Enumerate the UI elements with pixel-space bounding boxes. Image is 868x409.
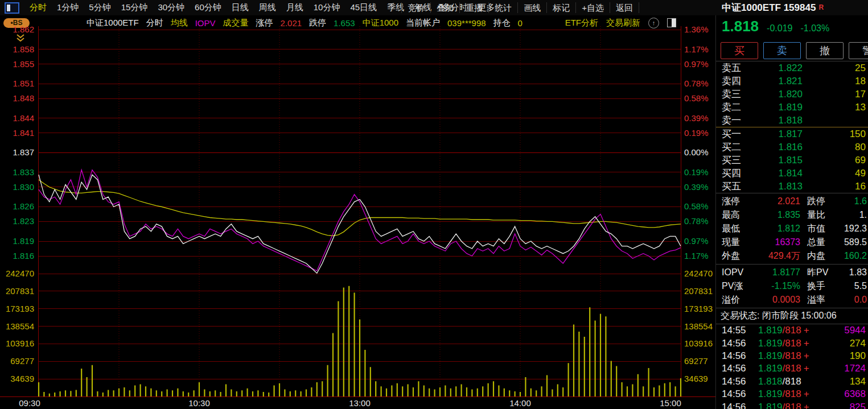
- volume-axis-label: 207831: [6, 286, 34, 296]
- time-axis-label: 13:00: [349, 398, 371, 408]
- intraday-chart-canvas[interactable]: 1.8621.36%1.8581.17%1.8550.97%1.8510.78%…: [0, 26, 716, 409]
- price-axis-label: 1.823: [13, 216, 34, 226]
- iopv-block: IOPV1.8177昨PV1.83PV涨-1.15%换手5.5溢价0.0003溢…: [716, 265, 868, 308]
- tick-price: 1.818: [758, 376, 783, 387]
- tick-time: 14:56: [722, 389, 750, 400]
- book-price: 1.817: [750, 129, 803, 140]
- instrument-name-code: 中证1000ETF 159845: [722, 2, 816, 13]
- bid-row[interactable]: 买四1.81449: [716, 167, 868, 180]
- stats-block: 涨停2.021跌停1.6最高1.835量比1.最低1.812市值192.3现量1…: [716, 193, 868, 264]
- book-level-label: 买三: [722, 154, 750, 167]
- pct-axis-label: 0.39%: [684, 182, 709, 192]
- book-price: 1.813: [750, 181, 803, 192]
- stat-value: 1.83: [833, 267, 867, 278]
- book-level-label: 买二: [722, 141, 750, 154]
- toolbar-action[interactable]: 统计: [488, 2, 517, 13]
- menu-item-period[interactable]: 15分钟: [117, 2, 153, 13]
- pct-axis-label: 1.36%: [684, 26, 709, 34]
- toolbar-action[interactable]: 画线: [517, 2, 546, 13]
- stat-key: 现量: [722, 237, 751, 249]
- stat-key: 最高: [722, 209, 751, 221]
- stat-row: 外盘429.4万内盘160.2: [716, 249, 868, 263]
- volume-axis-label: 34639: [10, 374, 34, 383]
- book-price: 1.814: [750, 168, 803, 179]
- stat-row: 涨停2.021跌停1.6: [716, 195, 868, 208]
- trade-status: 交易状态: 闭市阶段 15:00:06: [716, 308, 868, 324]
- stat-key: 换手: [800, 280, 833, 292]
- tick-lots: /818: [783, 363, 801, 374]
- book-volume: 49: [803, 168, 866, 179]
- stat-value: 1.812: [751, 224, 800, 234]
- book-price: 1.822: [750, 63, 803, 74]
- stat-value: -1.15%: [751, 281, 800, 291]
- tick-lots: /818: [783, 350, 801, 362]
- stat-row: 最低1.812市值192.3: [716, 222, 868, 236]
- stat-value: 0.0: [833, 295, 867, 305]
- ask-row[interactable]: 卖三1.82017: [716, 88, 868, 101]
- menu-item-period[interactable]: 日线: [227, 2, 253, 13]
- volume-axis-label: 34639: [684, 374, 708, 383]
- bid-row[interactable]: 买三1.81569: [716, 154, 868, 167]
- price-axis-label: 1.837: [13, 147, 34, 157]
- toolbar-action[interactable]: 重播: [459, 2, 488, 13]
- r-margin-badge: R: [818, 3, 824, 11]
- stat-key: IOPV: [722, 267, 751, 278]
- toolbar-action[interactable]: 竞价: [401, 2, 430, 13]
- tick-direction: +: [804, 338, 809, 349]
- ask-row[interactable]: 卖一1.818: [716, 114, 868, 127]
- stat-row: IOPV1.8177昨PV1.83: [716, 266, 868, 279]
- order-action-button[interactable]: 撤: [806, 42, 844, 59]
- price-axis-label: 1.841: [13, 128, 34, 138]
- stat-key: 总量: [800, 237, 833, 249]
- volume-axis-label: 173193: [6, 304, 34, 313]
- stat-value: 16373: [751, 237, 800, 247]
- tick-row: 14:561.819/818+274: [716, 337, 868, 349]
- pct-axis-label: 0.78%: [684, 216, 709, 226]
- menu-item-period[interactable]: 月线: [282, 2, 308, 13]
- stat-key: 市值: [800, 223, 833, 235]
- tick-price: 1.819: [758, 325, 783, 336]
- window-layout-icon[interactable]: [5, 2, 19, 14]
- bid-row[interactable]: 买二1.81680: [716, 141, 868, 154]
- book-level-label: 卖四: [722, 75, 750, 88]
- toolbar-action[interactable]: 标记: [546, 2, 575, 13]
- top-menu-bar: 分时1分钟5分钟15分钟30分钟60分钟日线周线月线10分钟45日线季线年线多分…: [0, 0, 868, 15]
- menu-item-period[interactable]: 10分钟: [309, 2, 345, 13]
- menu-item-period[interactable]: 60分钟: [190, 2, 226, 13]
- book-volume: 17: [803, 89, 866, 100]
- ask-row[interactable]: 卖五1.82225: [716, 61, 868, 75]
- stat-key: 内盘: [800, 250, 833, 262]
- tick-row: 14:551.819/818+5944: [716, 324, 868, 337]
- tick-volume: 274: [809, 338, 866, 349]
- order-action-button[interactable]: 警: [849, 42, 868, 59]
- stat-key: 跌停: [800, 196, 833, 208]
- book-price: 1.816: [750, 142, 803, 153]
- bid-row[interactable]: 买一1.817150: [716, 127, 868, 141]
- menu-item-period[interactable]: 5分钟: [84, 2, 115, 13]
- menu-item-period[interactable]: 45日线: [345, 2, 381, 13]
- menu-item-period[interactable]: 1分钟: [52, 2, 83, 13]
- toolbar-action[interactable]: 叠加: [430, 2, 459, 13]
- toolbar-action[interactable]: 返回: [610, 2, 639, 13]
- tick-volume: 190: [809, 350, 866, 362]
- ask-row[interactable]: 卖二1.81913: [716, 101, 868, 114]
- ask-row[interactable]: 卖四1.82118: [716, 75, 868, 88]
- pct-axis-label: 0.19%: [684, 128, 709, 138]
- sell-button[interactable]: 卖: [763, 42, 801, 59]
- book-volume: 69: [803, 155, 866, 166]
- book-level-label: 买一: [722, 127, 750, 141]
- menu-item-period[interactable]: 分时: [25, 2, 51, 13]
- price-change: -0.019: [767, 23, 792, 34]
- stat-value: 589.5: [833, 237, 867, 247]
- book-price: 1.819: [750, 102, 803, 113]
- tick-row: 14:561.819/818+1724: [716, 362, 868, 375]
- stat-row: PV涨-1.15%换手5.5: [716, 279, 868, 293]
- price-axis-label: 1.844: [13, 113, 34, 123]
- bid-row[interactable]: 买五1.81316: [716, 180, 868, 193]
- menu-item-period[interactable]: 周线: [254, 2, 281, 13]
- buy-button[interactable]: 买: [721, 42, 758, 59]
- toolbar-action[interactable]: +自选: [575, 2, 610, 13]
- book-price: 1.820: [750, 89, 803, 100]
- price-axis-label: 1.833: [13, 167, 34, 177]
- menu-item-period[interactable]: 30分钟: [153, 2, 189, 13]
